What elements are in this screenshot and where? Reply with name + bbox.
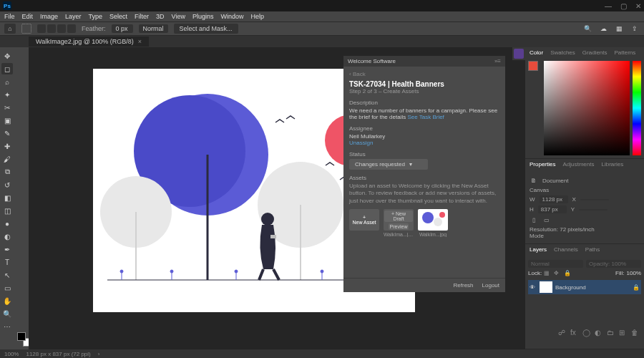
- type-tool[interactable]: T: [1, 256, 13, 268]
- marquee-tool[interactable]: ◻: [1, 63, 13, 74]
- tab-paths[interactable]: Paths: [585, 246, 600, 253]
- menu-filter[interactable]: Filter: [135, 13, 149, 20]
- task-brief-link[interactable]: See Task Brief: [407, 114, 444, 120]
- orientation-portrait-icon[interactable]: ▯: [530, 216, 538, 224]
- height-input[interactable]: 837 px: [538, 205, 567, 213]
- lock-all-icon[interactable]: 🔒: [564, 270, 572, 278]
- tab-channels[interactable]: Channels: [554, 246, 578, 253]
- tab-libraries[interactable]: Libraries: [602, 161, 624, 168]
- menu-plugins[interactable]: Plugins: [192, 13, 214, 20]
- path-tool[interactable]: ↖: [1, 269, 13, 281]
- stamp-tool[interactable]: ⧉: [1, 166, 13, 178]
- tab-properties[interactable]: Properties: [530, 161, 555, 168]
- menu-select[interactable]: Select: [109, 13, 127, 20]
- gradient-tool[interactable]: ◫: [1, 205, 13, 216]
- menu-type[interactable]: Type: [89, 13, 103, 20]
- layer-thumbnail[interactable]: [540, 281, 552, 293]
- hue-slider[interactable]: [633, 61, 641, 155]
- current-tool-icon[interactable]: [21, 24, 31, 34]
- fx-icon[interactable]: fx: [570, 329, 578, 337]
- collapsed-dock[interactable]: [512, 47, 525, 60]
- status-select[interactable]: Changes requested ▾: [349, 159, 428, 170]
- plugin-back-button[interactable]: ‹ Back: [349, 71, 499, 77]
- fill-value[interactable]: 100%: [627, 270, 641, 278]
- width-input[interactable]: 1128 px: [540, 195, 568, 203]
- layer-row[interactable]: 👁 Background 🔒: [528, 280, 641, 294]
- opacity-input[interactable]: Opacity: 100%: [586, 260, 641, 268]
- crop-tool[interactable]: ✂: [1, 102, 13, 113]
- style-select[interactable]: Normal: [139, 24, 168, 33]
- foreground-color-swatch[interactable]: [17, 332, 26, 341]
- close-tab-icon[interactable]: ×: [138, 38, 142, 45]
- pen-tool[interactable]: ✒: [1, 243, 13, 255]
- color-panel[interactable]: [525, 58, 644, 158]
- hand-tool[interactable]: ✋: [1, 295, 13, 306]
- refresh-button[interactable]: Refresh: [454, 282, 474, 289]
- maximize-icon[interactable]: ▢: [620, 2, 627, 10]
- document-tab[interactable]: WalkImage2.jpg @ 100% (RGB/8) ×: [29, 37, 149, 47]
- frame-tool[interactable]: ▣: [1, 115, 13, 126]
- edit-toolbar-icon[interactable]: ⋯: [1, 321, 13, 332]
- adjustment-icon[interactable]: ◐: [595, 329, 602, 337]
- close-icon[interactable]: ✕: [635, 2, 641, 10]
- y-input[interactable]: [579, 209, 608, 211]
- zoom-level[interactable]: 100%: [4, 351, 19, 357]
- color-field[interactable]: [544, 61, 630, 155]
- unassign-link[interactable]: Unassign: [349, 140, 499, 146]
- move-tool[interactable]: ✥: [1, 50, 13, 62]
- selection-subtract-icon[interactable]: [57, 24, 66, 33]
- selection-add-icon[interactable]: [47, 24, 56, 33]
- tab-layers[interactable]: Layers: [530, 246, 547, 253]
- home-button[interactable]: ⌂: [4, 24, 16, 34]
- heal-tool[interactable]: ✚: [1, 140, 13, 152]
- tab-gradients[interactable]: Gradients: [582, 49, 608, 56]
- new-layer-icon[interactable]: ⊞: [619, 329, 627, 337]
- lock-position-icon[interactable]: ✥: [554, 270, 562, 278]
- menu-window[interactable]: Window: [221, 13, 244, 20]
- tab-adjustments[interactable]: Adjustments: [562, 161, 594, 168]
- menu-image[interactable]: Image: [40, 13, 58, 20]
- plugin-dock-icon[interactable]: [514, 49, 524, 59]
- delete-layer-icon[interactable]: 🗑: [631, 329, 639, 337]
- doc-info[interactable]: 1128 px x 837 px (72 ppi): [26, 351, 90, 357]
- layer-name[interactable]: Background: [555, 284, 586, 291]
- logout-button[interactable]: Logout: [482, 282, 499, 289]
- asset-draft-actions[interactable]: + New Draft Preview: [384, 209, 414, 231]
- asset-thumbnail[interactable]: [418, 209, 448, 231]
- plugin-menu-icon[interactable]: »≡: [494, 58, 501, 64]
- eyedropper-tool[interactable]: ✎: [1, 127, 13, 139]
- menu-help[interactable]: Help: [251, 13, 265, 20]
- search-icon[interactable]: 🔍: [582, 24, 592, 34]
- mask-icon[interactable]: ◯: [582, 329, 590, 337]
- minimize-icon[interactable]: —: [605, 2, 612, 10]
- zoom-tool[interactable]: 🔍: [1, 308, 13, 319]
- menu-edit[interactable]: Edit: [22, 13, 34, 20]
- orientation-landscape-icon[interactable]: ▭: [542, 216, 551, 224]
- brush-tool[interactable]: 🖌: [1, 153, 13, 165]
- menu-3d[interactable]: 3D: [156, 13, 165, 20]
- selection-intersect-icon[interactable]: [67, 24, 76, 33]
- eraser-tool[interactable]: ◧: [1, 192, 13, 203]
- workspace-icon[interactable]: ▦: [614, 24, 624, 34]
- tab-swatches[interactable]: Swatches: [550, 49, 575, 56]
- preview-button[interactable]: Preview: [389, 223, 409, 230]
- visibility-icon[interactable]: 👁: [530, 284, 537, 291]
- group-icon[interactable]: 🗀: [607, 329, 615, 337]
- shape-tool[interactable]: ▭: [1, 282, 13, 294]
- select-and-mask-button[interactable]: Select and Mask...: [174, 24, 238, 34]
- menu-layer[interactable]: Layer: [65, 13, 82, 20]
- new-draft-button[interactable]: + New Draft: [384, 211, 413, 222]
- menu-view[interactable]: View: [172, 13, 185, 20]
- current-color-swatch[interactable]: [528, 61, 538, 71]
- tab-color[interactable]: Color: [530, 49, 543, 56]
- blend-mode-select[interactable]: Normal: [528, 260, 583, 268]
- dodge-tool[interactable]: ◐: [1, 231, 13, 242]
- history-brush-tool[interactable]: ↺: [1, 179, 13, 190]
- chevron-right-icon[interactable]: ›: [98, 351, 100, 357]
- blur-tool[interactable]: ●: [1, 218, 13, 229]
- selection-new-icon[interactable]: [37, 24, 46, 33]
- cloud-icon[interactable]: ☁: [598, 24, 608, 34]
- link-layers-icon[interactable]: ☍: [558, 329, 566, 337]
- wand-tool[interactable]: ✦: [1, 89, 13, 100]
- menu-file[interactable]: File: [4, 13, 15, 20]
